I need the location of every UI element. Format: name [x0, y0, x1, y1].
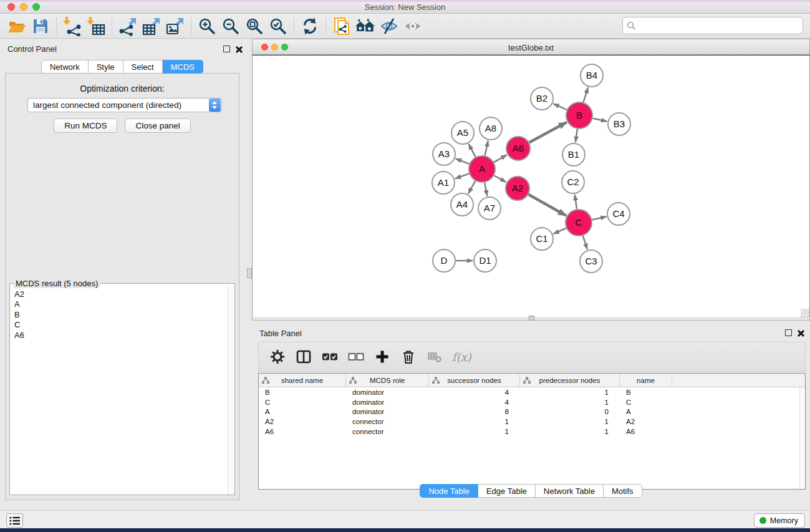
- table-tab-network-table[interactable]: Network Table: [536, 484, 604, 498]
- result-item-c[interactable]: C: [14, 320, 228, 330]
- network-window-grip[interactable]: [529, 316, 534, 321]
- function-builder-icon[interactable]: f(x): [452, 351, 471, 364]
- cell-name[interactable]: A: [620, 408, 672, 415]
- cell-shared-name[interactable]: A6: [259, 428, 346, 435]
- cell-shared-name[interactable]: C: [259, 399, 346, 406]
- add-column-icon[interactable]: [374, 348, 391, 365]
- home-icon[interactable]: [354, 16, 377, 37]
- node-table-scrollbar[interactable]: [799, 387, 805, 489]
- table-tab-node-table[interactable]: Node Table: [420, 484, 478, 498]
- result-item-b[interactable]: B: [14, 310, 228, 320]
- table-row-a6[interactable]: A6connector11A6: [259, 427, 805, 437]
- table-row-b[interactable]: Bdominator41B: [259, 387, 805, 397]
- cell-predecessor-nodes[interactable]: 1: [520, 418, 620, 425]
- settings-icon[interactable]: [269, 348, 286, 365]
- delete-column-icon[interactable]: [400, 348, 417, 365]
- graph-edge-A-A1[interactable]: [455, 173, 469, 178]
- cell-successor-nodes[interactable]: 4: [429, 399, 520, 406]
- search-input[interactable]: [636, 21, 803, 31]
- cell-shared-name[interactable]: B: [259, 389, 346, 396]
- show-details-icon[interactable]: [401, 16, 425, 37]
- cell-shared-name[interactable]: A: [259, 408, 346, 415]
- network-resize-grip-icon[interactable]: [801, 309, 809, 317]
- delete-table-icon[interactable]: [426, 348, 443, 365]
- cell-name[interactable]: A2: [620, 418, 672, 425]
- graph-edge-B-B2[interactable]: [553, 104, 567, 110]
- table-row-c[interactable]: Cdominator41C: [259, 397, 805, 407]
- graph-edge-C-C4[interactable]: [592, 216, 606, 220]
- table-tab-motifs[interactable]: Motifs: [604, 484, 642, 498]
- search-box[interactable]: [622, 17, 803, 34]
- graph-edge-A2-C[interactable]: [528, 195, 566, 216]
- graph-edge-A-A4[interactable]: [468, 181, 475, 193]
- open-file-icon[interactable]: [5, 16, 29, 37]
- graph-edge-A-A3[interactable]: [456, 158, 470, 164]
- tab-select[interactable]: Select: [123, 60, 163, 74]
- tab-mcds[interactable]: MCDS: [163, 60, 203, 74]
- cell-predecessor-nodes[interactable]: 1: [520, 399, 620, 406]
- network-graph[interactable]: B4B2BB3A5A8A6A3AB1A1C2A2A4A7CC4C1C3DD1: [253, 56, 809, 317]
- zoom-in-icon[interactable]: [195, 16, 219, 37]
- cell-shared-name[interactable]: A2: [259, 418, 346, 425]
- export-network-icon[interactable]: [116, 16, 140, 37]
- table-tab-edge-table[interactable]: Edge Table: [478, 484, 536, 498]
- table-float-panel-icon[interactable]: [785, 329, 793, 337]
- table-row-a[interactable]: Adominator80A: [259, 407, 805, 417]
- node-table[interactable]: shared nameMCDS rolesuccessor nodesprede…: [258, 373, 806, 490]
- graph-edge-B-B1[interactable]: [576, 129, 577, 142]
- mcds-result-scrollbar[interactable]: [228, 286, 234, 495]
- tab-network[interactable]: Network: [41, 60, 89, 74]
- column-header-name[interactable]: name: [620, 374, 672, 387]
- cell-name[interactable]: A6: [620, 428, 672, 435]
- graph-edge-A-A5[interactable]: [468, 144, 475, 157]
- network-from-file-icon[interactable]: [330, 16, 354, 37]
- column-header-shared-name[interactable]: shared name: [259, 374, 346, 387]
- column-header-successor-nodes[interactable]: successor nodes: [429, 374, 520, 387]
- cell-predecessor-nodes[interactable]: 1: [520, 428, 620, 435]
- tab-style[interactable]: Style: [89, 60, 123, 74]
- import-table-icon[interactable]: [84, 16, 108, 37]
- cell-successor-nodes[interactable]: 1: [429, 428, 520, 435]
- cell-mcds-role[interactable]: dominator: [346, 389, 429, 396]
- network-canvas[interactable]: B4B2BB3A5A8A6A3AB1A1C2A2A4A7CC4C1C3DD1: [252, 55, 810, 317]
- close-panel-icon[interactable]: [235, 46, 243, 53]
- table-close-panel-icon[interactable]: [797, 329, 804, 337]
- node-table-header[interactable]: shared nameMCDS rolesuccessor nodesprede…: [259, 374, 805, 387]
- graph-edge-B-B4[interactable]: [584, 87, 588, 102]
- graph-edge-A-A7[interactable]: [485, 183, 487, 196]
- result-item-a6[interactable]: A6: [14, 331, 228, 341]
- graph-edge-A-A8[interactable]: [485, 141, 488, 156]
- run-mcds-button[interactable]: Run MCDS: [54, 118, 117, 133]
- cell-predecessor-nodes[interactable]: 0: [520, 408, 620, 415]
- cell-mcds-role[interactable]: dominator: [346, 408, 429, 415]
- export-table-icon[interactable]: [140, 16, 163, 37]
- network-window-titlebar[interactable]: testGlobe.txt: [252, 39, 810, 55]
- cell-mcds-role[interactable]: connector: [346, 418, 429, 425]
- export-image-icon[interactable]: [163, 16, 187, 37]
- graph-edge-C-C2[interactable]: [575, 195, 577, 209]
- graph-edge-A-A2[interactable]: [494, 176, 506, 182]
- graph-edge-B-B3[interactable]: [592, 118, 607, 122]
- memory-button[interactable]: Memory: [754, 513, 805, 528]
- close-panel-button[interactable]: Close panel: [125, 118, 190, 133]
- show-columns-icon[interactable]: [295, 348, 312, 365]
- float-panel-icon[interactable]: [223, 46, 231, 53]
- cell-successor-nodes[interactable]: 1: [429, 418, 520, 425]
- graph-edge-A-A6[interactable]: [494, 155, 507, 162]
- cell-mcds-role[interactable]: dominator: [346, 399, 429, 406]
- zoom-fit-icon[interactable]: [243, 16, 266, 37]
- criterion-dropdown[interactable]: largest connected component (directed): [27, 98, 222, 112]
- column-header-predecessor-nodes[interactable]: predecessor nodes: [520, 374, 620, 387]
- result-item-a2[interactable]: A2: [14, 289, 228, 299]
- deselect-all-columns-icon[interactable]: [347, 348, 365, 365]
- column-header-mcds-role[interactable]: MCDS role: [346, 374, 429, 387]
- table-row-a2[interactable]: A2connector11A2: [259, 417, 805, 427]
- cell-name[interactable]: C: [620, 399, 672, 406]
- apply-layout-icon[interactable]: [298, 16, 322, 37]
- import-network-icon[interactable]: [60, 16, 84, 37]
- graph-edge-C-C3[interactable]: [583, 236, 587, 249]
- cell-mcds-role[interactable]: connector: [346, 428, 429, 435]
- save-session-icon[interactable]: [29, 16, 52, 37]
- cell-successor-nodes[interactable]: 4: [429, 389, 520, 396]
- graph-edge-C-C1[interactable]: [553, 228, 566, 234]
